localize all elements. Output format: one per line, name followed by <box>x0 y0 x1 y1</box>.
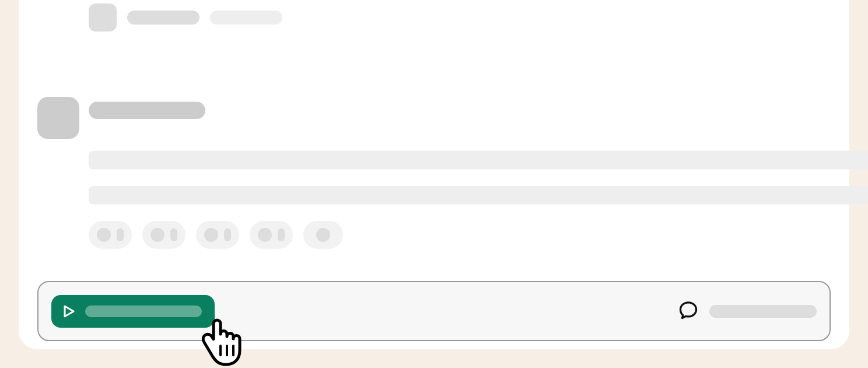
play-icon <box>61 303 77 320</box>
run-button-label <box>85 305 202 317</box>
count-placeholder <box>170 228 177 241</box>
emoji-placeholder <box>258 228 272 242</box>
avatar <box>89 4 117 32</box>
emoji-placeholder <box>150 228 164 242</box>
emoji-placeholder <box>97 228 111 242</box>
run-workflow-button[interactable] <box>51 295 215 328</box>
content-card <box>19 0 849 349</box>
composer-toolbar <box>37 281 831 341</box>
reply-button-label <box>709 305 817 318</box>
username-placeholder <box>127 11 200 25</box>
count-placeholder <box>117 228 124 241</box>
add-reaction-pill[interactable] <box>303 221 343 249</box>
chat-bubble-icon <box>678 300 699 323</box>
thread-reply-button[interactable] <box>678 300 817 323</box>
count-placeholder <box>224 228 231 241</box>
timestamp-placeholder <box>210 11 282 25</box>
message-row <box>89 4 282 32</box>
reaction-pill[interactable] <box>196 221 239 249</box>
username-placeholder <box>89 102 205 119</box>
emoji-placeholder <box>316 228 330 242</box>
reaction-pill[interactable] <box>142 221 186 249</box>
body-line-placeholder <box>89 186 868 204</box>
avatar <box>37 97 79 139</box>
count-placeholder <box>278 228 285 241</box>
reaction-pill[interactable] <box>250 221 293 249</box>
reaction-pill[interactable] <box>89 221 132 249</box>
body-line-placeholder <box>89 151 868 169</box>
reaction-row <box>89 221 343 249</box>
emoji-placeholder <box>204 228 218 242</box>
